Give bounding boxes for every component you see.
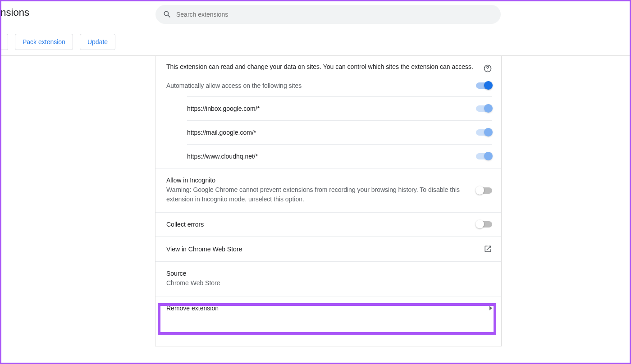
auto-allow-row: Automatically allow access on the follow… [155, 73, 501, 96]
site-access-description: This extension can read and change your … [166, 62, 475, 72]
site-row: https://inbox.google.com/* [187, 96, 492, 120]
site-toggle[interactable] [476, 153, 492, 159]
incognito-toggle[interactable] [476, 187, 492, 194]
panel-padding [155, 320, 501, 346]
site-toggle[interactable] [476, 129, 492, 136]
search-field[interactable] [155, 5, 501, 24]
incognito-row: Allow in Incognito Warning: Google Chrom… [155, 168, 501, 212]
source-value: Chrome Web Store [166, 278, 492, 288]
page-title: tensions [0, 7, 29, 18]
site-url: https://www.cloudhq.net/* [187, 153, 258, 160]
collect-errors-row: Collect errors [155, 212, 501, 236]
source-row: Source Chrome Web Store [155, 261, 501, 296]
pack-extension-button[interactable]: Pack extension [15, 34, 73, 50]
collect-errors-toggle[interactable] [476, 221, 492, 228]
search-icon [163, 10, 172, 19]
search-input[interactable] [176, 11, 494, 18]
site-row: https://www.cloudhq.net/* [187, 144, 492, 168]
remove-extension-label: Remove extension [166, 305, 219, 312]
svg-point-1 [487, 70, 488, 70]
extension-details-panel: This extension can read and change your … [155, 56, 502, 346]
site-row: https://mail.google.com/* [187, 120, 492, 144]
open-in-new-icon [484, 245, 492, 253]
incognito-title: Allow in Incognito [166, 177, 467, 184]
chevron-right-icon [489, 306, 492, 310]
site-list: https://inbox.google.com/* https://mail.… [155, 96, 501, 168]
partial-button[interactable] [0, 34, 8, 50]
web-store-row[interactable]: View in Chrome Web Store [155, 236, 501, 261]
remove-extension-row[interactable]: Remove extension [155, 296, 501, 320]
update-button[interactable]: Update [80, 34, 115, 50]
top-bar: tensions Pack extension Update [1, 1, 630, 56]
site-url: https://inbox.google.com/* [187, 105, 260, 112]
site-url: https://mail.google.com/* [187, 129, 256, 136]
incognito-warning: Warning: Google Chrome cannot prevent ex… [166, 185, 467, 204]
site-access-section: This extension can read and change your … [155, 56, 501, 73]
auto-allow-toggle[interactable] [476, 82, 492, 89]
auto-allow-label: Automatically allow access on the follow… [166, 82, 302, 89]
action-buttons: Pack extension Update [0, 34, 115, 50]
source-label: Source [166, 270, 492, 277]
collect-errors-label: Collect errors [166, 221, 204, 228]
site-toggle[interactable] [476, 105, 492, 112]
web-store-label: View in Chrome Web Store [166, 246, 242, 253]
help-icon[interactable] [483, 64, 492, 73]
